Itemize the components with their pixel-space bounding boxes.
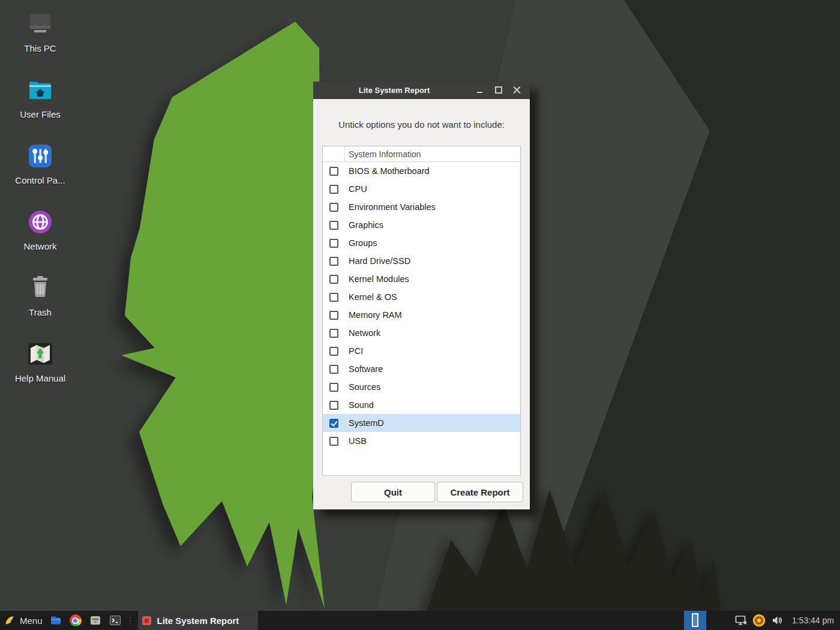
list-item[interactable]: SystemD (323, 414, 520, 432)
desktop-icon-control-panel[interactable]: Control Pa... (0, 140, 80, 206)
workspace-switcher[interactable] (684, 611, 706, 630)
list-item-label: Sources (349, 382, 380, 392)
list-item-label: Graphics (349, 220, 383, 230)
list-item[interactable]: Environment Variables (323, 198, 520, 216)
home-folder-icon (25, 74, 56, 106)
system-tray: 1:53:44 pm (734, 614, 840, 626)
list-item-label: Network (349, 328, 380, 338)
computer-icon (25, 8, 56, 40)
lite-system-report-window: Lite System Report Untick options you do… (313, 82, 530, 509)
instruction-text: Untick options you do not want to includ… (313, 119, 530, 130)
quit-button[interactable]: Quit (351, 482, 435, 502)
list-item-label: BIOS & Motherboard (349, 166, 430, 176)
display-disabled-icon[interactable] (734, 614, 748, 626)
checkbox[interactable] (329, 365, 338, 374)
desktop-icon-label: Network (23, 241, 56, 251)
close-icon[interactable] (512, 86, 521, 95)
globe-icon (25, 206, 56, 238)
checkbox[interactable] (329, 383, 338, 392)
terminal-icon[interactable] (109, 614, 122, 627)
desktop-icon-help-manual[interactable]: Help Manual (0, 338, 80, 404)
checkbox[interactable] (329, 347, 338, 356)
dialog-buttons: Quit Create Report (351, 482, 523, 502)
list-item-label: Groups (349, 238, 377, 248)
checkbox[interactable] (329, 311, 338, 320)
checkbox[interactable] (329, 419, 338, 428)
menu-logo-icon[interactable] (4, 615, 15, 626)
checkbox[interactable] (329, 185, 338, 194)
list-item[interactable]: Graphics (323, 216, 520, 234)
list-item-label: Software (349, 364, 383, 374)
chrome-browser-icon[interactable] (69, 614, 82, 627)
list-item-label: Memory RAM (349, 310, 402, 320)
list-item[interactable]: Kernel Modules (323, 270, 520, 288)
window-title: Lite System Report (359, 86, 430, 95)
taskbar-window-label: Lite System Report (157, 616, 239, 626)
checkbox[interactable] (329, 275, 338, 284)
desktop-icon-network[interactable]: Network (0, 206, 80, 272)
list-item-label: Kernel Modules (349, 274, 409, 284)
list-item-label: USB (349, 436, 367, 446)
desktop-icon-label: This PC (24, 43, 56, 53)
list-item[interactable]: Software (323, 360, 520, 378)
list-header-label: System Information (345, 149, 421, 159)
checkbox[interactable] (329, 437, 338, 446)
list-item-label: Kernel & OS (349, 292, 397, 302)
file-manager-icon[interactable] (49, 614, 62, 627)
list-item[interactable]: Kernel & OS (323, 288, 520, 306)
sliders-icon (25, 140, 56, 172)
checkbox[interactable] (329, 239, 338, 248)
list-item[interactable]: USB (323, 432, 520, 450)
options-list: System Information BIOS & Motherboard CP… (322, 146, 521, 476)
panel-grip-handle[interactable]: ⋮ (127, 617, 134, 623)
window-titlebar[interactable]: Lite System Report (313, 82, 530, 99)
list-item-label: Environment Variables (349, 202, 436, 212)
window-controls (475, 86, 530, 95)
list-item-label: CPU (349, 184, 367, 194)
trash-icon (25, 272, 56, 304)
list-item[interactable]: PCI (323, 342, 520, 360)
checkbox[interactable] (329, 257, 338, 266)
minimize-icon[interactable] (475, 86, 484, 95)
desktop-icon-user-files[interactable]: User Files (0, 74, 80, 140)
list-item[interactable]: Network (323, 324, 520, 342)
checkbox[interactable] (329, 329, 338, 338)
create-report-button[interactable]: Create Report (437, 482, 523, 502)
window-body: Untick options you do not want to includ… (313, 99, 530, 509)
desktop-icon-trash[interactable]: Trash (0, 272, 80, 338)
list-item-label: Sound (349, 400, 374, 410)
workspace-window-thumb (692, 613, 698, 627)
volume-icon[interactable] (770, 614, 784, 626)
list-item[interactable]: BIOS & Motherboard (323, 162, 520, 180)
list-item[interactable]: CPU (323, 180, 520, 198)
taskbar-window-button[interactable]: Lite System Report (138, 611, 258, 630)
list-item[interactable]: Memory RAM (323, 306, 520, 324)
list-item-label: SystemD (349, 418, 384, 428)
list-item[interactable]: Sound (323, 396, 520, 414)
checkbox[interactable] (329, 221, 338, 230)
desktop-icon-this-pc[interactable]: This PC (0, 8, 80, 74)
report-app-icon (142, 616, 151, 625)
desktop-icon-label: Control Pa... (15, 175, 65, 185)
taskbar-clock[interactable]: 1:53:44 pm (792, 616, 834, 625)
taskbar: Menu ⋮ Lite System Report (0, 611, 840, 630)
checkbox[interactable] (329, 293, 338, 302)
list-item-label: Hard Drive/SSD (349, 256, 410, 266)
desktop-icon-label: Trash (29, 307, 52, 317)
list-item-label: PCI (349, 346, 363, 356)
maximize-icon[interactable] (494, 86, 503, 95)
list-item[interactable]: Hard Drive/SSD (323, 252, 520, 270)
desktop-icon-label: User Files (20, 109, 61, 119)
firewall-icon[interactable] (752, 614, 766, 626)
checkbox[interactable] (329, 203, 338, 212)
checkbox-column-header (323, 146, 345, 161)
list-item[interactable]: Sources (323, 378, 520, 396)
map-manual-icon (25, 338, 56, 370)
checkbox[interactable] (329, 167, 338, 176)
menu-button[interactable]: Menu (20, 616, 43, 626)
checkbox[interactable] (329, 401, 338, 410)
desktop-icon-label: Help Manual (15, 373, 65, 383)
archive-manager-icon[interactable] (89, 614, 102, 627)
list-item[interactable]: Groups (323, 234, 520, 252)
list-header[interactable]: System Information (323, 146, 520, 162)
